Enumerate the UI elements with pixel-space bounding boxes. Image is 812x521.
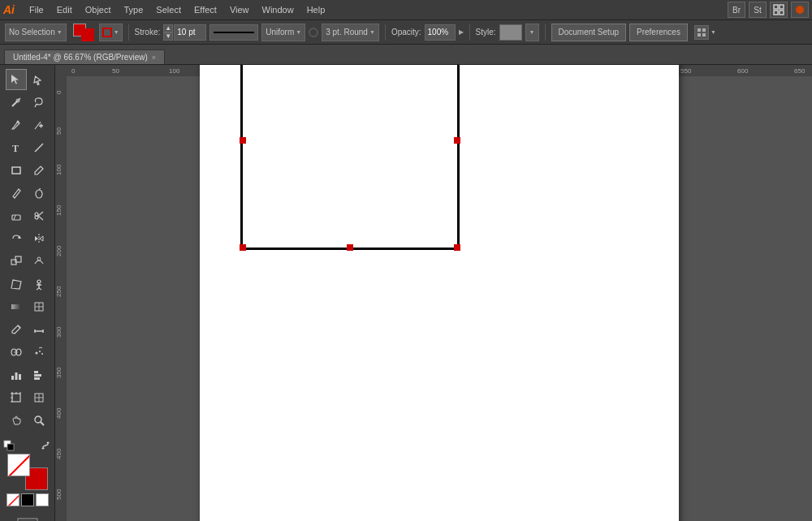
svg-point-4 xyxy=(796,6,804,14)
handle-mid-left[interactable] xyxy=(240,137,246,144)
style-dropdown[interactable]: ▼ xyxy=(525,24,539,41)
main-color-stack xyxy=(7,454,48,490)
stroke-type-dropdown[interactable]: ▼ xyxy=(99,24,123,41)
lasso-tool[interactable] xyxy=(28,92,50,113)
svg-line-21 xyxy=(38,212,43,216)
svg-text:100: 100 xyxy=(169,67,180,75)
add-anchor-tool[interactable] xyxy=(28,114,50,136)
zoom-tool[interactable] xyxy=(28,410,50,431)
fill-color-swatch[interactable] xyxy=(7,454,30,476)
style-preview[interactable] xyxy=(499,24,522,41)
menu-object[interactable]: Object xyxy=(79,3,118,16)
none-swatch[interactable] xyxy=(6,493,19,506)
pen-tool[interactable] xyxy=(6,114,27,136)
black-swatch[interactable] xyxy=(21,493,34,506)
stroke-up-btn[interactable]: ▲ xyxy=(163,24,173,32)
magic-wand-tool[interactable] xyxy=(6,92,27,113)
artboard-container xyxy=(67,76,812,521)
svg-text:250: 250 xyxy=(55,286,63,297)
document-setup-button[interactable]: Document Setup xyxy=(551,24,627,41)
opacity-input[interactable] xyxy=(425,24,456,41)
default-colors-icon[interactable] xyxy=(3,440,15,451)
stroke-down-btn[interactable]: ▼ xyxy=(163,32,173,41)
vertical-ruler: 0 50 100 150 200 250 300 350 400 450 500 xyxy=(55,65,67,521)
scissors-tool[interactable] xyxy=(28,205,50,226)
handle-mid-right[interactable] xyxy=(454,137,460,144)
svg-rect-19 xyxy=(12,215,20,220)
selection-tool[interactable] xyxy=(6,69,27,90)
handle-bottom-left[interactable] xyxy=(240,244,246,251)
bar-chart-tool[interactable] xyxy=(28,364,50,385)
menu-view[interactable]: View xyxy=(223,3,256,16)
tab-close-btn[interactable]: × xyxy=(152,54,156,62)
scale-tool[interactable] xyxy=(6,251,27,272)
tool-row-5 xyxy=(0,160,54,181)
opacity-arrow-btn[interactable]: ▶ xyxy=(459,28,464,36)
line-tool[interactable] xyxy=(28,137,50,158)
opacity-label: Opacity: xyxy=(391,28,421,37)
document-tab[interactable]: Untitled-4* @ 66.67% (RGB/Preview) × xyxy=(4,50,165,64)
br-icon[interactable]: Br xyxy=(728,2,745,18)
eyedropper-tool[interactable] xyxy=(6,319,27,340)
stroke-input[interactable] xyxy=(174,24,206,41)
selection-dropdown[interactable]: No Selection ▼ xyxy=(5,24,67,41)
menu-window[interactable]: Window xyxy=(256,3,300,16)
arrange-chevron[interactable]: ▼ xyxy=(710,29,716,35)
menu-type[interactable]: Type xyxy=(118,3,150,16)
svg-rect-5 xyxy=(698,28,701,32)
symbol-spray-tool[interactable] xyxy=(28,342,50,363)
toolbar: No Selection ▼ ▼ Stroke: ▲ ▼ Uniform ▼ 3… xyxy=(0,20,812,45)
stroke-label: Stroke: xyxy=(135,28,161,37)
mesh-tool[interactable] xyxy=(28,296,50,317)
white-swatch[interactable] xyxy=(36,493,49,506)
slice-tool[interactable] xyxy=(28,387,50,408)
selection-chevron: ▼ xyxy=(57,29,63,35)
flame-icon[interactable] xyxy=(791,2,809,18)
menu-select[interactable]: Select xyxy=(149,3,188,16)
paintbrush-tool[interactable] xyxy=(28,160,50,181)
menu-edit[interactable]: Edit xyxy=(50,3,79,16)
tool-row-7 xyxy=(0,205,54,226)
tool-row-9 xyxy=(0,251,54,272)
menu-file[interactable]: File xyxy=(23,3,50,16)
handle-bottom-right[interactable] xyxy=(454,244,460,251)
svg-rect-69 xyxy=(7,444,14,450)
handle-bottom-mid[interactable] xyxy=(347,244,353,251)
puppet-warp-tool[interactable] xyxy=(28,273,50,295)
blob-brush-tool[interactable] xyxy=(28,183,50,204)
stroke-round-icon xyxy=(309,28,318,37)
stroke-uniform-dropdown[interactable]: Uniform ▼ xyxy=(261,24,305,41)
stroke-line-style[interactable] xyxy=(209,24,258,41)
blend-tool[interactable] xyxy=(6,342,27,363)
swap-colors-icon[interactable] xyxy=(40,440,51,451)
st-icon[interactable]: St xyxy=(749,2,767,18)
pencil-tool[interactable] xyxy=(6,183,27,204)
menu-effect[interactable]: Effect xyxy=(188,3,223,16)
svg-line-20 xyxy=(14,215,15,220)
rectangle-tool[interactable] xyxy=(6,160,27,181)
type-tool[interactable]: T xyxy=(6,137,27,158)
reshape-tool[interactable] xyxy=(28,251,50,272)
selected-rectangle[interactable] xyxy=(240,65,460,250)
grid-icon[interactable] xyxy=(770,2,788,18)
reflect-tool[interactable] xyxy=(28,228,50,249)
measure-tool[interactable] xyxy=(28,319,50,340)
menu-help[interactable]: Help xyxy=(300,3,332,16)
change-screen-mode[interactable] xyxy=(0,518,54,521)
rotate-tool[interactable] xyxy=(6,228,27,249)
svg-point-18 xyxy=(36,190,42,198)
stroke-round-dropdown[interactable]: 3 pt. Round ▼ xyxy=(322,24,379,41)
free-distort-tool[interactable] xyxy=(6,273,27,295)
stroke-value-group: ▲ ▼ xyxy=(163,24,206,41)
tool-row-13 xyxy=(0,342,54,363)
preferences-button[interactable]: Preferences xyxy=(629,24,688,41)
artboard-tool[interactable] xyxy=(6,387,27,408)
hand-tool[interactable] xyxy=(6,410,27,431)
column-chart-tool[interactable] xyxy=(6,364,27,385)
arrange-icon[interactable] xyxy=(694,25,709,40)
gradient-tool[interactable] xyxy=(6,296,27,317)
fill-stroke-indicator[interactable] xyxy=(71,22,94,43)
stroke-line-preview xyxy=(214,32,254,33)
direct-selection-tool[interactable] xyxy=(28,69,50,90)
eraser-tool[interactable] xyxy=(6,205,27,226)
